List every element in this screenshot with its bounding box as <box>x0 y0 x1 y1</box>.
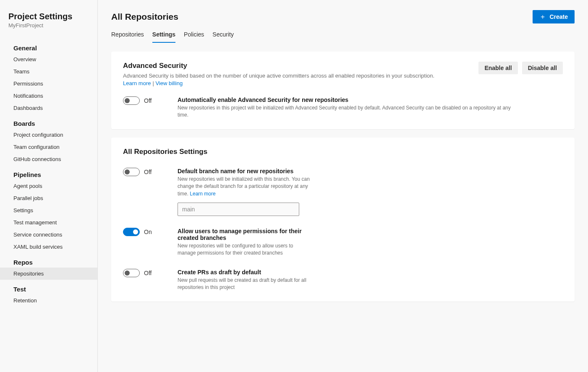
sidebar-section-general: General <box>0 39 97 53</box>
sidebar-item-test-management[interactable]: Test management <box>0 216 97 229</box>
main-content: All Repositories ＋ Create Repositories S… <box>98 0 588 372</box>
enable-all-button[interactable]: Enable all <box>478 62 517 74</box>
create-button[interactable]: ＋ Create <box>533 10 575 23</box>
draft-prs-state: Off <box>144 270 152 276</box>
draft-prs-desc: New pull requests will be created as dra… <box>178 277 312 291</box>
auto-enable-title: Automatically enable Advanced Security f… <box>178 96 522 103</box>
advanced-security-title: Advanced Security <box>123 62 470 70</box>
tabs: Repositories Settings Policies Security <box>111 29 575 43</box>
sidebar: Project Settings MyFirstProject General … <box>0 0 98 372</box>
tab-security[interactable]: Security <box>212 29 234 43</box>
disable-all-button[interactable]: Disable all <box>522 62 563 74</box>
manage-permissions-toggle[interactable] <box>123 228 140 236</box>
manage-permissions-state: On <box>144 229 152 235</box>
tab-repositories[interactable]: Repositories <box>111 29 144 43</box>
sidebar-item-team-config[interactable]: Team configuration <box>0 141 97 153</box>
default-branch-toggle[interactable] <box>123 168 140 176</box>
sidebar-item-parallel-jobs[interactable]: Parallel jobs <box>0 192 97 204</box>
tab-policies[interactable]: Policies <box>184 29 204 43</box>
draft-prs-setting: Off Create PRs as draft by default New p… <box>123 269 563 291</box>
default-branch-setting: Off Default branch name for new reposito… <box>123 168 563 216</box>
auto-enable-toggle[interactable] <box>123 96 140 105</box>
sidebar-item-permissions[interactable]: Permissions <box>0 78 97 90</box>
manage-permissions-setting: On Allow users to manage permissions for… <box>123 228 563 257</box>
sidebar-section-boards: Boards <box>0 114 97 129</box>
all-repos-settings-title: All Repositories Settings <box>123 148 563 156</box>
manage-permissions-title: Allow users to manage permissions for th… <box>178 228 312 241</box>
default-branch-state: Off <box>144 169 152 175</box>
default-branch-learn-more[interactable]: Learn more <box>190 191 215 197</box>
sidebar-item-pipelines-settings[interactable]: Settings <box>0 204 97 216</box>
sidebar-item-project-config[interactable]: Project configuration <box>0 129 97 141</box>
default-branch-title: Default branch name for new repositories <box>178 168 312 174</box>
advanced-security-header: Advanced Security Advanced Security is b… <box>123 62 563 86</box>
sidebar-item-dashboards[interactable]: Dashboards <box>0 102 97 114</box>
advanced-security-card: Advanced Security Advanced Security is b… <box>111 52 575 129</box>
sidebar-item-retention[interactable]: Retention <box>0 294 97 307</box>
auto-enable-setting: Off Automatically enable Advanced Securi… <box>123 96 563 119</box>
sidebar-item-github-connections[interactable]: GitHub connections <box>0 153 97 165</box>
advanced-security-desc: Advanced Security is billed based on the… <box>123 73 470 79</box>
sidebar-title: Project Settings <box>0 12 97 22</box>
manage-permissions-desc: New repositories will be configured to a… <box>178 242 312 257</box>
sidebar-item-repositories[interactable]: Repositories <box>0 268 97 280</box>
draft-prs-toggle[interactable] <box>123 269 140 277</box>
auto-enable-desc: New repositories in this project will be… <box>178 104 522 119</box>
tab-settings[interactable]: Settings <box>152 29 175 43</box>
page-header: All Repositories ＋ Create <box>111 10 575 23</box>
page-title: All Repositories <box>111 12 178 22</box>
default-branch-desc: New repositories will be initialized wit… <box>178 176 312 198</box>
auto-enable-state: Off <box>144 97 152 104</box>
sidebar-section-repos: Repos <box>0 253 97 268</box>
sidebar-item-overview[interactable]: Overview <box>0 53 97 65</box>
view-billing-link[interactable]: View billing <box>155 80 183 86</box>
default-branch-input[interactable] <box>178 203 299 216</box>
sidebar-item-service-connections[interactable]: Service connections <box>0 229 97 241</box>
sidebar-section-test: Test <box>0 280 97 294</box>
create-button-label: Create <box>549 13 568 20</box>
sidebar-subtitle: MyFirstProject <box>0 22 97 39</box>
all-repos-settings-card: All Repositories Settings Off Default br… <box>111 138 575 302</box>
sidebar-item-teams[interactable]: Teams <box>0 65 97 78</box>
sidebar-item-notifications[interactable]: Notifications <box>0 90 97 102</box>
learn-more-link[interactable]: Learn more <box>123 80 151 86</box>
sidebar-section-pipelines: Pipelines <box>0 165 97 180</box>
draft-prs-title: Create PRs as draft by default <box>178 269 312 276</box>
sidebar-item-agent-pools[interactable]: Agent pools <box>0 180 97 192</box>
sidebar-item-xaml-build[interactable]: XAML build services <box>0 241 97 253</box>
plus-icon: ＋ <box>539 13 546 20</box>
